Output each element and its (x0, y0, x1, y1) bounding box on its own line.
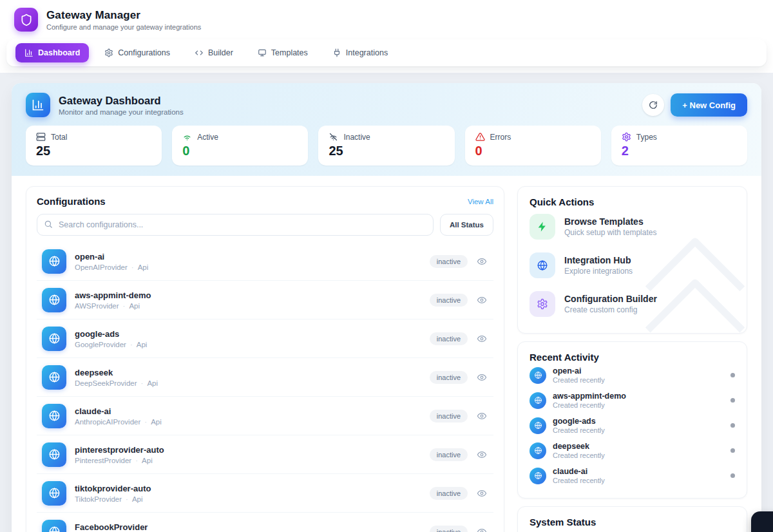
recent-activity-list: open-ai Created recently aws-appmint-dem… (530, 363, 735, 488)
tab-label: Dashboard (38, 48, 80, 57)
config-name: tiktokprovider-auto (75, 484, 151, 493)
code-icon (195, 48, 204, 57)
eye-icon (477, 295, 487, 305)
activity-item[interactable]: aws-appmint-demo Created recently (530, 388, 735, 413)
search-input[interactable] (37, 214, 434, 236)
config-row[interactable]: claude-ai AnthropicAIProvider Api inacti… (37, 397, 493, 435)
view-config-button[interactable] (475, 410, 488, 423)
floating-action-button[interactable] (751, 511, 773, 532)
config-name: aws-appmint-demo (75, 290, 151, 300)
tab-dashboard[interactable]: Dashboard (15, 43, 89, 62)
globe-icon (42, 249, 66, 274)
gear-icon (104, 48, 113, 57)
tab-label: Configurations (118, 48, 170, 57)
globe-icon (530, 392, 546, 409)
dot-separator (137, 379, 148, 387)
refresh-button[interactable] (642, 94, 664, 116)
config-type: Api (147, 379, 158, 387)
recent-activity-panel: Recent Activity open-ai Created recently (517, 341, 747, 499)
config-name: google-ads (75, 329, 147, 339)
config-row[interactable]: aws-appmint-demo AWSProvider Api inactiv… (37, 281, 493, 319)
view-all-link[interactable]: View All (468, 198, 493, 205)
activity-note: Created recently (553, 451, 605, 459)
gear-icon (530, 291, 555, 317)
globe-icon (42, 520, 66, 532)
config-row[interactable]: pinterestprovider-auto PinterestProvider… (37, 435, 493, 474)
tab-builder[interactable]: Builder (186, 43, 242, 62)
stat-label: Inactive (343, 133, 370, 142)
globe-icon (42, 327, 66, 351)
config-row[interactable]: open-ai OpenAIProvider Api inactive (37, 242, 493, 281)
activity-item[interactable]: claude-ai Created recently (530, 463, 735, 488)
tab-templates[interactable]: Templates (249, 43, 317, 62)
status-filter-button[interactable]: All Status (440, 214, 493, 236)
quick-action-description: Create custom config (564, 305, 657, 314)
new-config-button[interactable]: + New Config (671, 93, 747, 117)
status-badge: inactive (430, 332, 468, 345)
monitor-icon (258, 48, 267, 57)
config-row[interactable]: tiktokprovider-auto TiktokProvider Api i… (37, 474, 493, 513)
dot-separator (122, 495, 132, 503)
globe-icon (42, 288, 66, 312)
view-config-button[interactable] (475, 487, 488, 500)
status-dot (730, 373, 735, 377)
view-config-button[interactable] (475, 332, 488, 345)
stat-types: Types 2 (611, 126, 747, 166)
activity-item[interactable]: google-ads Created recently (530, 413, 735, 438)
status-badge: inactive (430, 294, 468, 307)
status-dot (730, 448, 735, 453)
stat-active: Active 0 (172, 126, 308, 166)
stat-value: 25 (329, 144, 444, 158)
dot-separator (119, 302, 129, 310)
config-provider: OpenAIProvider (75, 263, 128, 271)
bar-chart-icon (32, 99, 44, 111)
stat-errors: Errors 0 (465, 126, 601, 166)
page-title: Gateway Manager (46, 9, 201, 22)
status-badge: inactive (430, 487, 468, 500)
dashboard-title: Gateway Dashboard (59, 95, 184, 107)
tab-configurations[interactable]: Configurations (95, 43, 179, 62)
quick-actions-title: Quick Actions (530, 196, 735, 207)
config-provider: AnthropicAIProvider (75, 418, 140, 426)
page-subtitle: Configure and manage your gateway integr… (46, 23, 201, 31)
dashboard-hero: Gateway Dashboard Monitor and manage you… (12, 83, 761, 176)
view-config-button[interactable] (475, 526, 488, 532)
quick-action-browse-templates[interactable]: Browse Templates Quick setup with templa… (530, 207, 735, 246)
view-config-button[interactable] (475, 255, 488, 268)
quick-action-label: Browse Templates (564, 216, 656, 227)
view-config-button[interactable] (475, 448, 488, 461)
config-provider: GoogleProvider (75, 341, 126, 348)
config-row[interactable]: google-ads GoogleProvider Api inactive (37, 319, 493, 358)
view-config-button[interactable] (475, 294, 488, 307)
tab-integrations[interactable]: Integrations (323, 43, 397, 62)
status-badge: inactive (430, 255, 468, 268)
activity-note: Created recently (553, 426, 605, 434)
globe-icon (42, 365, 66, 390)
status-badge: inactive (430, 410, 468, 423)
config-type: Api (151, 418, 162, 426)
config-row[interactable]: deepseek DeepSeekProvider Api inactive (37, 358, 493, 397)
tab-label: Integrations (346, 48, 388, 57)
activity-item[interactable]: open-ai Created recently (530, 363, 735, 388)
eye-icon (477, 372, 487, 383)
globe-icon (530, 367, 546, 384)
quick-action-label: Integration Hub (564, 255, 633, 265)
system-status-title: System Status (530, 517, 735, 527)
eye-icon (477, 411, 487, 421)
eye-icon (477, 256, 487, 267)
stat-label: Types (636, 133, 657, 142)
eye-icon (477, 527, 487, 532)
main-panel: Gateway Dashboard Monitor and manage you… (12, 83, 761, 532)
activity-item[interactable]: deepseek Created recently (530, 438, 735, 463)
quick-action-configuration-builder[interactable]: Configuration Builder Create custom conf… (530, 285, 735, 323)
quick-actions-panel: Quick Actions Browse Templates Quick set… (517, 186, 747, 334)
config-row[interactable]: FacebookProvider FacebookProvider Api in… (37, 513, 493, 532)
activity-name: deepseek (553, 442, 605, 451)
zap-icon (530, 214, 555, 240)
view-config-button[interactable] (475, 371, 488, 384)
activity-note: Created recently (553, 376, 605, 384)
globe-icon (42, 442, 66, 467)
activity-name: open-ai (553, 366, 605, 375)
brand: Gateway Manager Configure and manage you… (0, 8, 773, 32)
quick-action-integration-hub[interactable]: Integration Hub Explore integrations (530, 246, 735, 285)
